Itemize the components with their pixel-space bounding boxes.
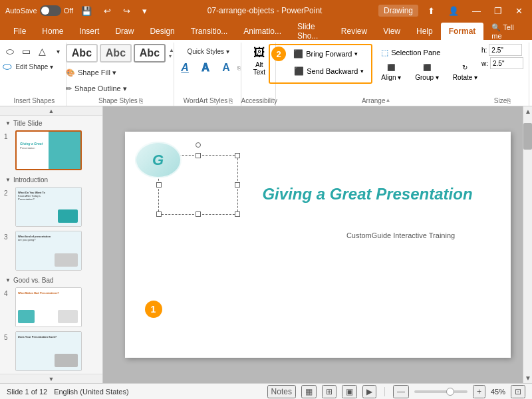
shape-more[interactable]: ▾: [51, 44, 65, 59]
shape-large-oval: ⬭: [3, 61, 12, 72]
shape-oval[interactable]: ⬭: [3, 44, 17, 59]
scroll-down-btn[interactable]: ▼: [523, 373, 532, 383]
scroll-down[interactable]: ▾: [169, 54, 174, 59]
bring-forward-group: 2 ⬛ Bring Forward ▾ ⬛ Send Backward ▾: [269, 44, 372, 84]
undo-button[interactable]: ↩: [100, 5, 115, 17]
shape-styles-expand[interactable]: ⎘: [139, 97, 143, 104]
size-label: Size ⎘: [476, 97, 529, 104]
size-expand[interactable]: ⎘: [507, 97, 511, 104]
quick-styles-btn[interactable]: Quick Styles ▾: [176, 44, 241, 59]
slide-thumb-4: What Makes Bad Presentations?: [15, 287, 82, 327]
close-button[interactable]: ✕: [511, 5, 527, 17]
zoom-out-btn[interactable]: —: [393, 385, 409, 398]
slide-step-1-badge: 1: [145, 301, 162, 318]
slide-panel-scroll-down[interactable]: ▼: [0, 374, 102, 383]
selection-pane-btn[interactable]: ⬚ Selection Pane: [375, 45, 483, 60]
tab-help[interactable]: Help: [408, 23, 441, 40]
slideshow-btn[interactable]: ▶: [362, 385, 376, 398]
scroll-track[interactable]: [523, 116, 532, 373]
shape-triangle[interactable]: △: [35, 44, 49, 59]
save-button[interactable]: 💾: [77, 5, 96, 17]
title-bar-center-area: 07-arrange-objects - PowerPoint: [151, 6, 378, 15]
slide-sorter-btn[interactable]: ⊞: [322, 385, 336, 398]
slide-item-5[interactable]: 5 Does Your Presentation Suck?: [0, 329, 102, 373]
slide-num-4: 4: [4, 287, 12, 297]
bring-forward-arrow: ▾: [354, 51, 358, 57]
title-bar-right: Drawing ⬆ 👤 — ❐ ✕: [378, 5, 527, 17]
slide-num-1: 1: [4, 130, 12, 140]
tab-home[interactable]: Home: [34, 23, 71, 40]
status-divider: [384, 387, 385, 396]
title-bar: AutoSave Off 💾 ↩ ↪ ▾ 07-arrange-objects …: [0, 0, 532, 21]
tab-review[interactable]: Review: [333, 23, 375, 40]
share-button[interactable]: ⬆: [424, 5, 439, 17]
style-box-2[interactable]: Abc: [100, 44, 132, 63]
account-button[interactable]: 👤: [444, 5, 463, 17]
group-icon: ⬛: [423, 64, 431, 71]
status-right: Notes ▦ ⊞ ▣ ▶ — + 45% ⊡: [267, 385, 525, 398]
drawing-tab-label: Drawing: [378, 5, 418, 17]
shape-rect[interactable]: ▭: [19, 44, 33, 59]
autosave-toggle[interactable]: [40, 5, 61, 16]
handle-tm: [196, 153, 201, 158]
tab-insert[interactable]: Insert: [71, 23, 107, 40]
restore-button[interactable]: ❐: [490, 5, 506, 17]
send-backward-btn[interactable]: ⬛ Send Backward ▾: [288, 64, 370, 78]
bring-forward-btn[interactable]: ⬛ Bring Forward ▾: [288, 47, 363, 61]
tab-slideshow[interactable]: Slide Sho...: [289, 23, 333, 40]
fit-slide-btn[interactable]: ⊡: [511, 385, 525, 398]
wordart-expand-btn[interactable]: ⎘: [229, 97, 233, 104]
shape-fill-btn[interactable]: 🎨 Shape Fill ▾: [66, 65, 176, 80]
outline-icon: ✏: [66, 84, 72, 93]
ribbon: ⬭ ▭ △ ▾ ⬭ Edit Shape ▾ Insert Shapes Abc: [0, 40, 532, 106]
minimize-button[interactable]: —: [468, 5, 485, 17]
tab-draw[interactable]: Draw: [107, 23, 142, 40]
shape-outline-btn[interactable]: ✏ Shape Outline ▾: [66, 81, 176, 96]
notes-btn[interactable]: Notes: [267, 385, 296, 398]
align-btn[interactable]: ⬛ Align ▾: [375, 61, 407, 84]
zoom-in-btn[interactable]: +: [473, 385, 485, 398]
ribbon-tabs: File Home Insert Draw Design Transitio..…: [0, 21, 532, 40]
tab-animations[interactable]: Animatio...: [235, 23, 289, 40]
width-input[interactable]: [490, 57, 523, 69]
handle-tr: [235, 153, 240, 158]
scroll-thumb[interactable]: [523, 123, 532, 150]
slide-item-3[interactable]: 3 What kind of presentation are you goin…: [0, 229, 102, 273]
zoom-slider[interactable]: [414, 390, 467, 393]
redo-button[interactable]: ↪: [119, 5, 134, 17]
style-box-3[interactable]: Abc: [134, 44, 166, 63]
slide-info: Slide 1 of 12: [7, 388, 47, 396]
handle-br: [235, 211, 240, 217]
scroll-up[interactable]: ▲: [169, 48, 174, 53]
scroll-up-btn[interactable]: ▲: [523, 106, 532, 116]
edit-shape-btn[interactable]: Edit Shape ▾: [13, 63, 55, 71]
tab-file[interactable]: File: [5, 23, 34, 40]
text-effects-btn[interactable]: A: [217, 61, 235, 75]
send-backward-arrow: ▾: [360, 68, 364, 74]
tab-view[interactable]: View: [375, 23, 408, 40]
shape-styles-label: Shape Styles ⎘: [68, 97, 174, 104]
slide-subtitle: CustomGuide Interactive Training: [311, 231, 491, 239]
slide-item-2[interactable]: 2 What Do You Want To Know After Today's…: [0, 185, 102, 229]
search-input[interactable]: 🔍 Tell me: [483, 23, 523, 40]
text-fill-btn[interactable]: A: [176, 61, 194, 75]
slide-num-5: 5: [4, 331, 12, 341]
style-scroll[interactable]: ▲ ▾: [168, 44, 176, 63]
style-box-1[interactable]: Abc: [66, 44, 98, 63]
slide-item-1[interactable]: 1 Giving a Great Presentation: [0, 128, 102, 172]
group-btn[interactable]: ⬛ Group ▾: [409, 61, 445, 84]
app-title: 07-arrange-objects - PowerPoint: [207, 6, 323, 15]
customize-button[interactable]: ▾: [138, 5, 151, 17]
tab-transitions[interactable]: Transitio...: [183, 23, 236, 40]
tab-design[interactable]: Design: [142, 23, 182, 40]
text-outline-btn[interactable]: A: [196, 61, 215, 75]
height-input[interactable]: [489, 44, 522, 56]
zoom-level: 45%: [491, 388, 505, 396]
slide-item-4[interactable]: 4 What Makes Bad Presentations?: [0, 285, 102, 329]
vertical-scrollbar[interactable]: ▲ ▼: [523, 106, 532, 383]
step-2-badge: 2: [271, 47, 286, 61]
normal-view-btn[interactable]: ▦: [301, 385, 317, 398]
reading-view-btn[interactable]: ▣: [342, 385, 357, 398]
tab-format[interactable]: Format: [441, 23, 484, 40]
section-good-bad: ▼ Good vs. Bad: [0, 273, 102, 285]
